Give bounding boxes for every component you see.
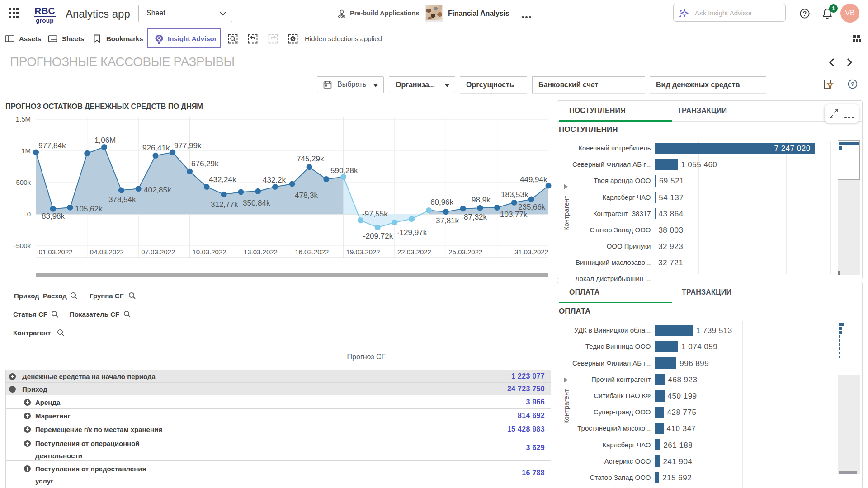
svg-text:-209,72k: -209,72k — [363, 232, 393, 240]
svg-text:590,28k: 590,28k — [330, 166, 358, 175]
svg-text:07.03.2022: 07.03.2022 — [141, 248, 175, 256]
svg-text:25.03.2022: 25.03.2022 — [448, 248, 482, 256]
svg-text:478,3k: 478,3k — [295, 191, 318, 200]
svg-text:-97,55k: -97,55k — [362, 210, 388, 218]
svg-text:22.03.2022: 22.03.2022 — [397, 248, 431, 256]
svg-text:378,54k: 378,54k — [108, 195, 136, 204]
svg-text:0: 0 — [27, 210, 31, 218]
svg-text:977,84k: 977,84k — [38, 141, 66, 150]
svg-text:432,2k: 432,2k — [263, 176, 286, 184]
svg-text:19.03.2022: 19.03.2022 — [346, 248, 380, 256]
svg-text:1,06M: 1,06M — [94, 136, 116, 145]
svg-text:?: ? — [803, 10, 807, 17]
svg-text:1,5M: 1,5M — [16, 115, 31, 123]
svg-text:87,32k: 87,32k — [464, 213, 487, 221]
svg-text:60,96k: 60,96k — [430, 198, 454, 206]
svg-text:10.03.2022: 10.03.2022 — [193, 248, 226, 256]
svg-text:350,84k: 350,84k — [243, 199, 270, 207]
svg-text:432,24k: 432,24k — [209, 175, 236, 184]
svg-text:98,9k: 98,9k — [472, 196, 491, 204]
svg-text:-500k: -500k — [14, 242, 31, 249]
svg-text:04.03.2022: 04.03.2022 — [90, 248, 124, 256]
svg-text:183,53k: 183,53k — [501, 190, 528, 199]
svg-text:402,85k: 402,85k — [144, 186, 171, 194]
svg-text:235,66k: 235,66k — [518, 203, 546, 211]
svg-text:83,98k: 83,98k — [42, 212, 65, 221]
svg-text:926,41k: 926,41k — [142, 144, 170, 152]
svg-text:31.03.2022: 31.03.2022 — [514, 248, 548, 256]
svg-text:37,81k: 37,81k — [436, 216, 459, 225]
svg-text:16.03.2022: 16.03.2022 — [295, 248, 329, 256]
svg-text:?: ? — [851, 81, 854, 88]
svg-text:-129,97k: -129,97k — [397, 228, 427, 237]
svg-text:500k: 500k — [16, 178, 31, 186]
svg-text:745,29k: 745,29k — [297, 155, 324, 163]
svg-text:01.03.2022: 01.03.2022 — [39, 248, 73, 256]
svg-text:312,77k: 312,77k — [211, 200, 238, 209]
svg-text:977,99k: 977,99k — [174, 141, 202, 150]
svg-text:13.03.2022: 13.03.2022 — [244, 248, 278, 256]
svg-text:1M: 1M — [21, 147, 31, 155]
svg-text:676,29k: 676,29k — [191, 160, 219, 168]
svg-text:449,94k: 449,94k — [520, 175, 547, 184]
svg-text:105,62k: 105,62k — [75, 205, 103, 213]
